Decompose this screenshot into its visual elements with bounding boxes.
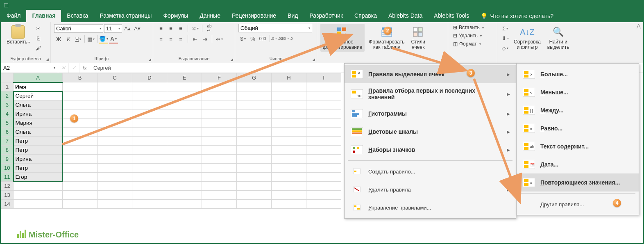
- cell-B14[interactable]: [63, 200, 98, 209]
- cf-menu-item-0[interactable]: ≥ Правила выделения ячеек ▶: [345, 65, 516, 83]
- cell-H1[interactable]: [272, 82, 306, 91]
- cell-H12[interactable]: [272, 182, 306, 191]
- cell-E11[interactable]: [167, 173, 202, 182]
- orientation-button[interactable]: ⤭▾: [190, 24, 200, 33]
- decrease-indent-button[interactable]: ⇤: [190, 34, 200, 43]
- cell-C14[interactable]: [98, 200, 132, 209]
- highlight-rule-item-6[interactable]: = Повторяющиеся значения...: [517, 173, 639, 192]
- cell-B11[interactable]: [63, 173, 98, 182]
- cf-menu-item-7[interactable]: Удалить правила ▶: [345, 180, 516, 198]
- row-header-2[interactable]: 2: [1, 91, 14, 100]
- cell-A10[interactable]: Петр: [14, 164, 63, 173]
- cell-I6[interactable]: [306, 128, 341, 137]
- cell-styles-button[interactable]: Стили ячеек: [408, 24, 428, 52]
- cell-F4[interactable]: [202, 109, 237, 119]
- collapse-ribbon-button[interactable]: ⋀: [637, 23, 641, 29]
- cell-A14[interactable]: [14, 200, 63, 209]
- cf-menu-item-1[interactable]: 10 Правила отбора первых и последних зна…: [345, 83, 516, 105]
- cell-E3[interactable]: [167, 100, 202, 109]
- highlight-rule-item-5[interactable]: 📅 Дата...: [517, 155, 639, 173]
- cell-D7[interactable]: [132, 137, 167, 146]
- align-bottom-button[interactable]: ≡: [176, 24, 185, 33]
- cell-F1[interactable]: [202, 82, 237, 91]
- paste-button[interactable]: Вставить▾: [4, 24, 32, 46]
- cell-D8[interactable]: [132, 146, 167, 155]
- cell-C5[interactable]: [98, 119, 132, 128]
- cell-B2[interactable]: [63, 91, 98, 100]
- col-header-H[interactable]: H: [272, 73, 306, 82]
- cell-E13[interactable]: [167, 191, 202, 200]
- cell-H11[interactable]: [272, 173, 306, 182]
- cell-D6[interactable]: [132, 128, 167, 137]
- fill-button[interactable]: ⬇▾: [501, 34, 510, 43]
- align-right-button[interactable]: ≡: [176, 34, 185, 43]
- underline-button[interactable]: Ч▾: [74, 34, 83, 43]
- font-launcher[interactable]: ◢: [148, 57, 151, 62]
- cell-I4[interactable]: [306, 109, 341, 119]
- sort-filter-button[interactable]: A↓Z Сортировка и фильтр: [511, 24, 543, 52]
- cell-I10[interactable]: [306, 164, 341, 173]
- cell-H10[interactable]: [272, 164, 306, 173]
- copy-button[interactable]: ⎘: [34, 34, 43, 43]
- cell-G13[interactable]: [237, 191, 272, 200]
- cell-A1[interactable]: Имя: [14, 82, 63, 91]
- row-header-8[interactable]: 8: [1, 146, 14, 155]
- cut-button[interactable]: ✂: [34, 24, 43, 33]
- cell-C8[interactable]: [98, 146, 132, 155]
- cell-G6[interactable]: [237, 128, 272, 137]
- cell-H2[interactable]: [272, 91, 306, 100]
- row-header-13[interactable]: 13: [1, 191, 14, 200]
- align-center-button[interactable]: ≡: [166, 34, 175, 43]
- cell-D11[interactable]: [132, 173, 167, 182]
- cell-E6[interactable]: [167, 128, 202, 137]
- cell-G2[interactable]: [237, 91, 272, 100]
- cell-C12[interactable]: [98, 182, 132, 191]
- col-header-E[interactable]: E: [167, 73, 202, 82]
- cell-C13[interactable]: [98, 191, 132, 200]
- cell-D4[interactable]: [132, 109, 167, 119]
- col-header-D[interactable]: D: [132, 73, 167, 82]
- highlight-rule-item-2[interactable]: | | Между...: [517, 101, 639, 119]
- cell-A6[interactable]: Ольга: [14, 128, 63, 137]
- cell-B6[interactable]: [63, 128, 98, 137]
- row-header-1[interactable]: 1: [1, 82, 14, 91]
- cell-E12[interactable]: [167, 182, 202, 191]
- cf-menu-item-8[interactable]: Управление правилами...: [345, 198, 516, 217]
- cell-I12[interactable]: [306, 182, 341, 191]
- cancel-button[interactable]: ✕: [58, 63, 69, 73]
- cell-F3[interactable]: [202, 100, 237, 109]
- tab-home[interactable]: Главная: [26, 10, 61, 22]
- cell-D10[interactable]: [132, 164, 167, 173]
- cell-G8[interactable]: [237, 146, 272, 155]
- cell-D5[interactable]: [132, 119, 167, 128]
- tab-ablebits-tools[interactable]: Ablebits Tools: [428, 10, 475, 22]
- cell-C2[interactable]: [98, 91, 132, 100]
- cell-A12[interactable]: [14, 182, 63, 191]
- format-painter-button[interactable]: 🖌: [34, 43, 43, 52]
- wrap-text-button[interactable]: ab↩: [205, 24, 214, 33]
- cell-B1[interactable]: [63, 82, 98, 91]
- font-color-button[interactable]: A▾: [109, 34, 118, 43]
- cell-B12[interactable]: [63, 182, 98, 191]
- cell-I5[interactable]: [306, 119, 341, 128]
- cell-A11[interactable]: Егор: [14, 173, 63, 182]
- col-header-A[interactable]: A: [14, 73, 63, 82]
- row-header-10[interactable]: 10: [1, 164, 14, 173]
- borders-button[interactable]: ▦▾: [86, 34, 95, 43]
- fx-button[interactable]: fx: [79, 63, 90, 73]
- cell-A5[interactable]: Мария: [14, 119, 63, 128]
- cell-C1[interactable]: [98, 82, 132, 91]
- cell-B10[interactable]: [63, 164, 98, 173]
- align-top-button[interactable]: ≡: [156, 24, 166, 33]
- tab-view[interactable]: Вид: [282, 10, 304, 22]
- cell-F10[interactable]: [202, 164, 237, 173]
- highlight-rule-item-0[interactable]: > Больше...: [517, 65, 639, 83]
- row-header-12[interactable]: 12: [1, 182, 14, 191]
- cell-E2[interactable]: [167, 91, 202, 100]
- cell-I7[interactable]: [306, 137, 341, 146]
- cell-F6[interactable]: [202, 128, 237, 137]
- find-select-button[interactable]: 🔍 Найти и выделить: [545, 24, 572, 52]
- cell-G4[interactable]: [237, 109, 272, 119]
- highlight-rule-item-4[interactable]: ab Текст содержит...: [517, 137, 639, 155]
- cell-B5[interactable]: [63, 119, 98, 128]
